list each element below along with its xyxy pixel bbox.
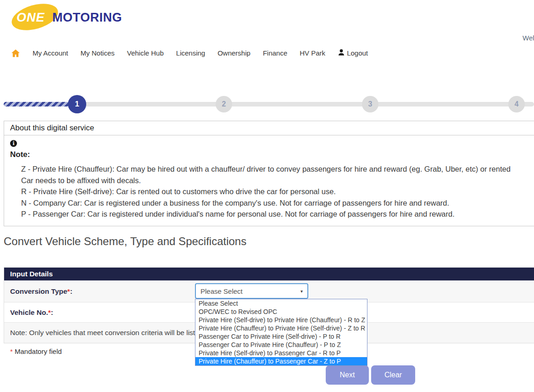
mandatory-asterisk: * (10, 347, 13, 355)
step-3: 3 (362, 96, 378, 112)
about-panel-title: About this digital service (4, 121, 534, 135)
clear-button[interactable]: Clear (371, 365, 415, 385)
page: ONE MOTORING Wel My Account My Notices V… (0, 0, 534, 392)
nav-licensing[interactable]: Licensing (176, 49, 205, 57)
nav-logout-label: Logout (347, 49, 368, 57)
conversion-type-select[interactable]: Please Select ▾ (195, 283, 308, 299)
dropdown-option-3[interactable]: Private Hire (Chauffeur) to Private Hire… (195, 324, 367, 332)
conversion-type-label: Conversion Type*: (10, 287, 72, 296)
step-4: 4 (508, 96, 525, 112)
onemotoring-logo[interactable]: ONE MOTORING (11, 4, 130, 31)
dropdown-option-2[interactable]: Private Hire (Self-drive) to Private Hir… (195, 316, 367, 324)
note-line-z-cont: Car needs to be affixed with decals. (10, 175, 528, 186)
select-value: Please Select (200, 287, 243, 295)
stepper-progress-striped (4, 102, 71, 106)
dropdown-option-1[interactable]: OPC/WEC to Revised OPC (195, 308, 367, 316)
step-1: 1 (68, 95, 86, 113)
criteria-note-text: Note: Only vehicles that meet conversion… (10, 329, 205, 337)
step-2: 2 (216, 96, 232, 112)
logo-one-text: ONE (17, 11, 45, 25)
dropdown-option-5[interactable]: Passenger Car to Private Hire (Chauffeur… (195, 341, 367, 349)
welcome-text: Wel (523, 34, 534, 42)
home-icon[interactable] (11, 49, 20, 57)
note-line-p: P - Passenger Car: Car is registered und… (10, 208, 528, 220)
info-icon: i (10, 140, 17, 147)
note-line-r: R - Private Hire (Self-drive): Car is re… (10, 186, 528, 197)
vehicle-no-label: Vehicle No.*: (10, 308, 53, 317)
user-icon (338, 49, 345, 57)
nav-finance[interactable]: Finance (263, 49, 287, 57)
note-heading: Note: (10, 150, 528, 159)
note-line-n: N - Company Car: Car is registered under… (10, 197, 528, 209)
input-details-header: Input Details (4, 268, 534, 280)
mandatory-field-note: * Mandatory field (10, 347, 62, 355)
about-panel: About this digital service i Note: Z - P… (4, 121, 534, 226)
nav-ownership[interactable]: Ownership (217, 49, 250, 57)
logo-motoring-text: MOTORING (52, 11, 122, 25)
note-line-z: Z - Private Hire (Chauffeur): Car may be… (10, 163, 528, 175)
nav-hv-park[interactable]: HV Park (300, 49, 325, 57)
page-title: Convert Vehicle Scheme, Type and Specifi… (4, 235, 246, 248)
next-button[interactable]: Next (326, 365, 369, 385)
nav-my-notices[interactable]: My Notices (81, 49, 115, 57)
dropdown-option-4[interactable]: Passenger Car to Private Hire (Self-driv… (195, 332, 367, 341)
chevron-down-icon: ▾ (300, 289, 303, 294)
dropdown-option-0[interactable]: Please Select (195, 299, 367, 308)
mandatory-label: Mandatory field (15, 347, 62, 355)
nav-my-account[interactable]: My Account (33, 49, 68, 57)
nav-vehicle-hub[interactable]: Vehicle Hub (127, 49, 164, 57)
about-panel-body: i Note: Z - Private Hire (Chauffeur): Ca… (4, 135, 534, 226)
nav-logout[interactable]: Logout (338, 49, 368, 57)
dropdown-option-7[interactable]: Private Hire (Chauffeur) to Passenger Ca… (195, 357, 367, 365)
dropdown-option-6[interactable]: Private Hire (Self-drive) to Passenger C… (195, 349, 367, 357)
conversion-type-dropdown: Please Select OPC/WEC to Revised OPC Pri… (195, 299, 367, 366)
main-nav: My Account My Notices Vehicle Hub Licens… (11, 49, 368, 57)
